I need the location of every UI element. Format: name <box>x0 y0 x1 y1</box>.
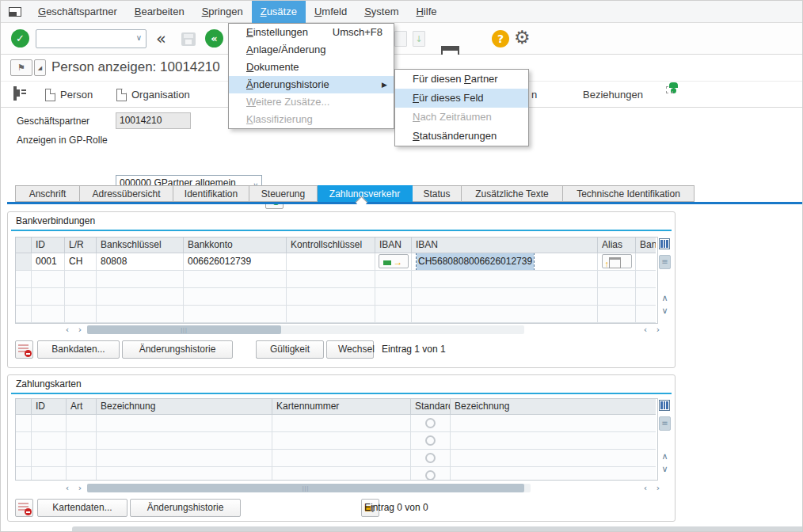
scroll-left-icon[interactable]: ‹ <box>62 483 73 494</box>
col-header[interactable]: Bankkonto <box>184 238 287 253</box>
scroll-left-icon[interactable]: ‹ <box>640 325 651 336</box>
menu-umfeld[interactable]: Umfeld <box>306 1 356 23</box>
col-header[interactable]: Bezeichnung <box>97 399 272 415</box>
col-header[interactable]: Bezeichnung <box>451 399 656 415</box>
vertical-scrollbar-thumb[interactable]: ≡ <box>659 255 671 269</box>
delete-row-icon[interactable] <box>15 499 33 517</box>
beziehungen-button[interactable]: Beziehungen <box>583 82 643 108</box>
gueltigkeit-button[interactable]: Gültigkeit <box>256 340 324 359</box>
bank-table-empty-row[interactable] <box>16 306 657 323</box>
scroll-left-icon[interactable]: ‹ <box>640 483 651 494</box>
menu-zusaetze[interactable]: Zusätze <box>252 1 306 23</box>
command-field[interactable]: ∨ <box>36 29 147 48</box>
table-settings-icon[interactable] <box>659 400 670 411</box>
menu-item-klassifizierung[interactable]: Klassifizierung <box>229 111 394 128</box>
tab-anschrift[interactable]: Anschrift <box>15 185 80 202</box>
back-icon[interactable]: « <box>205 29 223 48</box>
tab-status[interactable]: Status <box>413 185 462 202</box>
scroll-up-icon[interactable]: ∧ <box>659 293 671 304</box>
menu-item-dokumente[interactable]: Dokumente <box>229 59 394 76</box>
submenu-item-fuer-diesen-partner[interactable]: Für diesen Partner <box>395 70 528 89</box>
scroll-up-icon[interactable]: ∧ <box>659 451 671 462</box>
menu-geschaeftspartner[interactable]: Geschäftspartner <box>29 1 126 23</box>
settings-gear-icon[interactable]: ⚙ <box>514 28 531 47</box>
col-header[interactable]: Kartennummer <box>272 399 411 415</box>
standard-radio[interactable] <box>425 453 436 463</box>
col-header[interactable]: Bankschlüssel <box>97 238 184 253</box>
bankdaten-button[interactable]: Bankdaten... <box>37 340 120 359</box>
col-header[interactable]: Standard <box>411 399 451 415</box>
scroll-down-icon[interactable]: ∨ <box>659 464 671 475</box>
scroll-right-icon[interactable]: › <box>653 483 664 494</box>
cards-table-empty-row[interactable] <box>16 432 657 450</box>
vertical-scrollbar-thumb[interactable]: ≡ <box>659 416 671 431</box>
bank-table-empty-row[interactable] <box>16 271 657 288</box>
col-header[interactable]: Alias <box>598 238 636 253</box>
horizontal-scrollbar-track[interactable]: ||| <box>87 484 531 492</box>
window-menu-icon[interactable] <box>9 7 21 17</box>
menu-bearbeiten[interactable]: Bearbeiten <box>126 1 193 23</box>
standard-radio[interactable] <box>425 470 436 481</box>
cards-table-empty-row[interactable] <box>16 450 657 467</box>
col-header[interactable]: ID <box>32 399 67 415</box>
download-icon[interactable]: ↓ <box>413 31 425 47</box>
scroll-down-icon[interactable]: ∨ <box>659 306 671 317</box>
wechsel-button[interactable]: Wechsel <box>326 340 374 359</box>
person-button[interactable]: Person <box>45 82 93 108</box>
delete-row-icon[interactable] <box>15 340 33 359</box>
tab-adressuebersicht[interactable]: Adressübersicht <box>80 185 173 202</box>
menu-springen[interactable]: Springen <box>193 1 252 23</box>
col-header[interactable]: Art <box>67 399 97 415</box>
kartendaten-button[interactable]: Kartendaten... <box>37 499 127 517</box>
menu-system[interactable]: System <box>356 1 407 23</box>
print-icon[interactable] <box>394 31 407 47</box>
submenu-item-fuer-dieses-feld[interactable]: Für dieses Feld <box>395 89 528 108</box>
menu-item-aenderungshistorie[interactable]: Änderungshistorie▶ <box>229 76 394 93</box>
scroll-right-icon[interactable]: › <box>74 483 86 494</box>
collapse-command-icon[interactable]: « <box>156 30 166 48</box>
col-header[interactable]: ID <box>32 238 65 253</box>
iban-value-selected[interactable]: CH5680808006626012739 <box>417 253 534 270</box>
expand-triangle-icon[interactable]: ◢ <box>34 59 46 76</box>
save-icon[interactable] <box>181 32 196 46</box>
cards-table-empty-row[interactable] <box>16 467 657 481</box>
tab-steuerung[interactable]: Steuerung <box>249 185 318 202</box>
standard-radio[interactable] <box>425 435 436 446</box>
alias-create-icon[interactable] <box>602 254 632 268</box>
partner-field[interactable]: 10014210 <box>116 112 191 129</box>
scroll-right-icon[interactable]: › <box>74 325 86 336</box>
cards-table-empty-row[interactable] <box>16 415 657 432</box>
window-horizontal-scrollbar[interactable] <box>72 526 803 532</box>
col-header[interactable]: L/R <box>65 238 97 253</box>
menu-hilfe[interactable]: Hilfe <box>407 1 445 23</box>
help-icon[interactable]: ? <box>492 30 509 48</box>
services-for-object-icon[interactable]: ⚑ <box>10 59 32 76</box>
table-settings-icon[interactable] <box>659 238 670 249</box>
row-selector[interactable] <box>16 253 32 271</box>
col-header[interactable]: Bank <box>636 238 656 253</box>
col-header[interactable]: Kontrollschlüssel <box>287 238 375 253</box>
tab-technische-identifikation[interactable]: Technische Identifikation <box>563 185 695 202</box>
standard-radio[interactable] <box>425 418 436 428</box>
hidden-button-fragment[interactable]: n <box>531 82 537 108</box>
tab-identifikation[interactable]: Identifikation <box>173 185 249 202</box>
scroll-right-icon[interactable]: › <box>653 325 664 336</box>
scroll-left-icon[interactable]: ‹ <box>62 325 73 336</box>
col-header[interactable]: IBAN <box>412 238 598 253</box>
bank-table-empty-row[interactable] <box>16 288 657 306</box>
aenderungshistorie-button[interactable]: Änderungshistorie <box>130 499 241 517</box>
bank-table-row[interactable]: 0001 CH 80808 006626012739 CH56808080066… <box>16 253 657 271</box>
menu-item-weitere-zusaetze[interactable]: Weitere Zusätze... <box>229 93 394 111</box>
iban-display-icon[interactable] <box>379 254 409 268</box>
tab-zusaetzliche-texte[interactable]: Zusätzliche Texte <box>462 185 563 202</box>
locator-icon[interactable] <box>13 88 17 99</box>
aenderungshistorie-button[interactable]: Änderungshistorie <box>122 340 233 359</box>
col-header[interactable]: IBAN <box>375 238 412 253</box>
organisation-button[interactable]: Organisation <box>116 82 190 108</box>
menu-item-anlage-aenderung[interactable]: Anlage/Änderung <box>229 41 394 59</box>
submenu-item-statusaenderungen[interactable]: Statusänderungen <box>395 127 528 146</box>
enter-icon[interactable]: ✓ <box>11 29 29 48</box>
menu-item-einstellungen[interactable]: EinstellungenUmsch+F8 <box>229 24 394 41</box>
submenu-item-nach-zeitraeumen[interactable]: Nach Zeiträumen <box>395 108 528 127</box>
horizontal-scrollbar-track[interactable]: ||| <box>87 325 524 334</box>
